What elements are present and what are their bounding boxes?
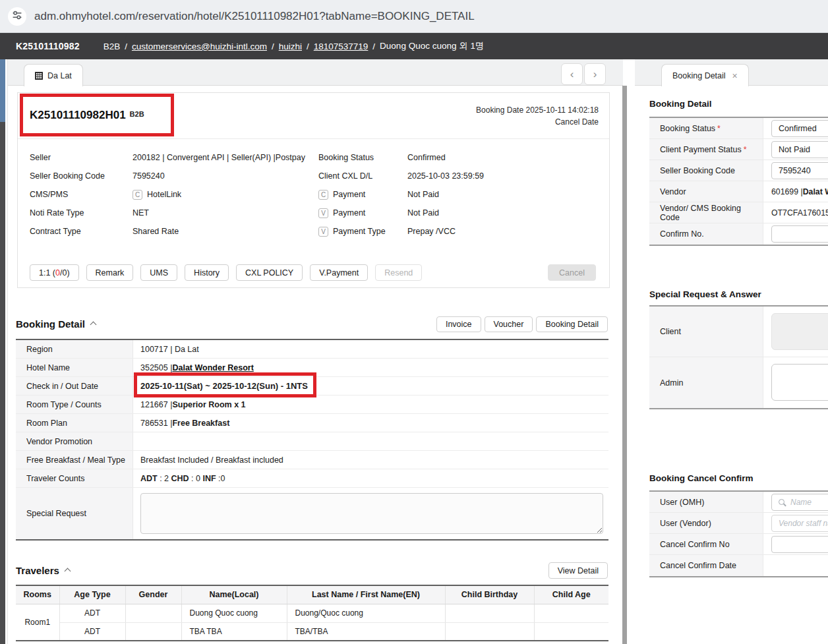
row-cancel-confirm-date: Cancel Confirm Date [649, 555, 828, 576]
row-value: 786531 | Free Breakfast [133, 414, 608, 432]
row-value: 352505 | Dalat Wonder Resort [133, 359, 608, 376]
row-confirm-no: Confirm No. [649, 223, 828, 245]
field-cms-pms: CMS/PMS C HotelLink [30, 185, 313, 204]
hotel-name-link[interactable]: Dalat Wonder Resort [172, 363, 253, 372]
travelers-actions: View Detail [548, 562, 608, 579]
gender-cell [125, 604, 181, 622]
special-request-answer-table: Client Admin [649, 305, 828, 409]
address-url[interactable]: adm.ohmyhotel.com/reservation/hotel/K251… [34, 0, 475, 32]
row-value [133, 432, 608, 450]
row-label: Booking Status* [649, 118, 763, 138]
close-icon[interactable]: × [732, 71, 738, 81]
hotel-tabstrip [8, 59, 623, 86]
cancel-confirm-no-input[interactable] [771, 536, 828, 553]
chevron-left-icon: ‹ [570, 68, 574, 81]
row-user-vendor: User (Vendor) [649, 513, 828, 534]
invoice-button[interactable]: Invoice [436, 316, 481, 332]
admin-answer-textarea[interactable] [771, 364, 828, 401]
chevron-up-icon [90, 322, 97, 328]
chevron-up-icon [64, 568, 71, 575]
row-label: Special Request [16, 488, 133, 539]
field-label: Client CXL D/L [318, 171, 407, 181]
field-label: Payment Type [333, 227, 386, 236]
ums-button[interactable]: UMS [140, 264, 177, 281]
card-header: K25101110982H01B2B Booking Date 2025-10-… [18, 93, 609, 139]
cancel-confirm-date-value [763, 555, 828, 576]
room-cell: Room1 [16, 604, 59, 641]
customer-email-link[interactable]: customerservices@huizhi-intl.com [132, 42, 267, 51]
row-value: Breakfast Included / Breakfast included [133, 451, 608, 469]
remark-button[interactable]: Remark [86, 264, 134, 281]
row-admin-answer: Admin [649, 357, 828, 408]
one-to-one-button[interactable]: 1:1 (0/0) [30, 264, 79, 281]
age-type-cell: ADT [59, 604, 125, 622]
tab-da-lat[interactable]: Da Lat [24, 64, 83, 86]
vendor-cms-code-value: OT7CFA1760158 [763, 202, 828, 223]
main-vertical-scrollbar[interactable] [622, 86, 627, 644]
row-value: ADT : 2 CHD : 0 INF :0 [133, 469, 608, 487]
field-value: Confirmed [407, 153, 446, 162]
row-vendor-cms-code: Vendor/ CMS Booking Code OT7CFA1760158 [649, 202, 828, 223]
chevron-right-icon: › [593, 68, 597, 81]
booking-detail-section-header[interactable]: Booking Detail [16, 318, 96, 330]
user-omh-input[interactable] [771, 494, 828, 511]
history-button[interactable]: History [185, 264, 229, 281]
row-label: Cancel Confirm No [649, 534, 763, 554]
field-value: Not Paid [407, 190, 439, 199]
field-label: Seller [30, 153, 133, 162]
cxl-policy-button[interactable]: CXL POLICY [236, 264, 303, 281]
booking-dates: Booking Date 2025-10-11 14:02:18 Cancel … [476, 104, 599, 128]
row-label: Client Payment Status* [649, 139, 763, 160]
section-title: Booking Detail [16, 318, 85, 330]
row-traveler-counts: Traveler Counts ADT : 2 CHD : 0 INF :0 [16, 469, 608, 488]
b2b-badge: B2B [130, 110, 144, 118]
col-child-birthday: Child Birthday [445, 585, 534, 604]
gender-cell [125, 622, 181, 641]
user-vendor-input[interactable] [771, 515, 828, 532]
field-vendor-payment: VPayment Not Paid [318, 204, 597, 222]
row-label: Vendor [649, 181, 763, 202]
booking-detail-actions: Invoice Voucher Booking Detail [436, 316, 608, 332]
row-user-omh: User (OMH) [649, 492, 828, 513]
booking-detail-button[interactable]: Booking Detail [536, 316, 608, 332]
vpayment-button[interactable]: V.Payment [310, 264, 368, 281]
view-detail-button[interactable]: View Detail [548, 562, 608, 579]
col-gender: Gender [125, 585, 181, 604]
collapsed-sidebar[interactable] [0, 59, 5, 644]
col-child-age: Child Age [534, 585, 608, 604]
booking-date: Booking Date 2025-10-11 14:02:18 [476, 104, 599, 116]
name-en-cell: Duong/Quoc cuong [287, 604, 445, 622]
travelers-section-header[interactable]: Travelers [16, 565, 70, 576]
booking-code-text: K25101110982H01 [30, 109, 126, 121]
name-en-cell: TBA/TBA [287, 622, 445, 641]
site-settings-button[interactable] [8, 7, 26, 26]
row-label: Seller Booking Code [649, 160, 763, 181]
field-label: Noti Rate Type [30, 208, 133, 218]
channel-tag-icon: C [133, 190, 142, 200]
next-booking-button[interactable]: › [584, 63, 606, 85]
row-label: Confirm No. [649, 223, 763, 245]
tab-booking-detail[interactable]: Booking Detail × [661, 64, 749, 86]
field-value: 2025-10-03 23:59:59 [407, 171, 484, 181]
booking-number: K25101110982 [16, 41, 80, 51]
booking-status-select[interactable]: Confirmed [771, 120, 828, 137]
cancel-button[interactable]: Cancel [548, 264, 596, 281]
client-request-textarea[interactable] [771, 313, 828, 350]
client-payment-status-select[interactable]: Not Paid [771, 141, 828, 158]
confirm-no-input[interactable] [771, 225, 828, 243]
phone-link[interactable]: 18107537719 [314, 42, 369, 51]
separator: / [307, 42, 309, 51]
row-hotel-name: Hotel Name 352505 | Dalat Wonder Resort [16, 359, 608, 377]
col-name-en: Last Name / First Name(EN) [287, 585, 445, 604]
voucher-button[interactable]: Voucher [485, 316, 533, 332]
special-request-textarea[interactable] [140, 493, 603, 534]
account-link[interactable]: huizhi [279, 42, 302, 51]
child-age-cell [534, 604, 608, 622]
tune-icon [12, 10, 22, 23]
prev-booking-button[interactable]: ‹ [561, 63, 583, 85]
row-label: Vendor/ CMS Booking Code [649, 202, 763, 223]
resend-button[interactable]: Resend [375, 264, 422, 281]
col-age-type: Age Type [59, 585, 125, 604]
separator: / [125, 42, 127, 51]
seller-booking-code-input[interactable]: 7595240 [771, 162, 828, 179]
